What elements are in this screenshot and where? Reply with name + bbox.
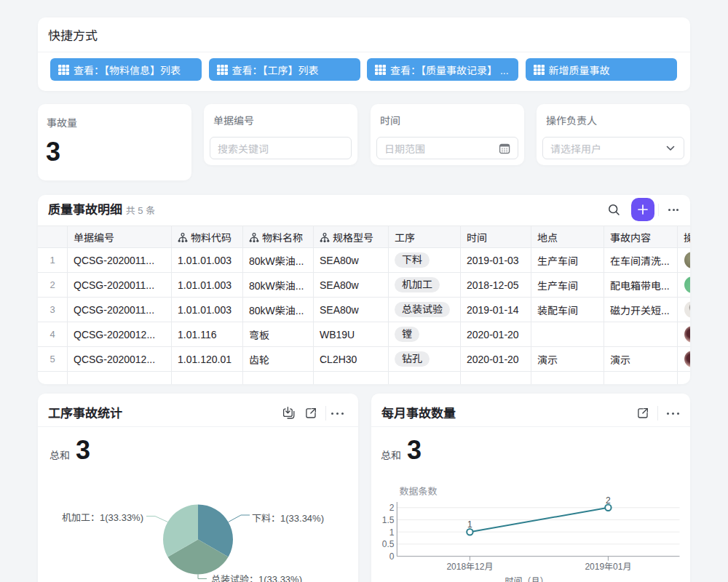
svg-text:2019年01月: 2019年01月 [585,562,631,572]
svg-text:1: 1 [389,527,395,538]
svg-text:数据条数: 数据条数 [400,486,438,497]
svg-text:机加工：1(33.33%): 机加工：1(33.33%) [62,512,143,523]
svg-text:0.5: 0.5 [382,539,395,549]
svg-text:时间（月）: 时间（月） [505,576,548,582]
svg-text:2: 2 [606,495,611,506]
svg-text:2: 2 [389,503,395,513]
svg-text:1: 1 [467,519,472,530]
svg-text:总装试验：1(33.33%): 总装试验：1(33.33%) [211,574,302,582]
svg-text:2018年12月: 2018年12月 [446,562,493,572]
svg-text:0: 0 [389,551,395,562]
svg-text:1.5: 1.5 [382,515,395,525]
svg-text:下料：1(33.34%): 下料：1(33.34%) [252,513,324,524]
